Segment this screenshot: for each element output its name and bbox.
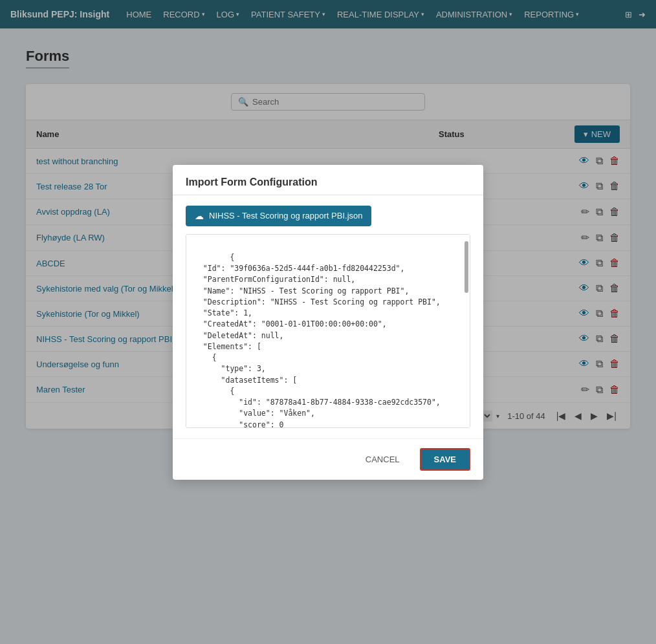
json-preview[interactable]: { "Id": "39f0636a-52d5-444f-a0b1-fd82044… [186, 234, 470, 428]
modal-header: Import Form Configuration [173, 165, 483, 195]
json-content: { "Id": "39f0636a-52d5-444f-a0b1-fd82044… [194, 253, 470, 428]
modal-overlay: Import Form Configuration ☁ NIHSS - Test… [0, 0, 656, 644]
upload-icon: ☁ [195, 211, 204, 221]
modal-body: ☁ NIHSS - Test Scoring og rapport PBI.js… [173, 195, 483, 438]
import-form-modal: Import Form Configuration ☁ NIHSS - Test… [173, 165, 483, 480]
modal-footer: CANCEL SAVE [173, 438, 483, 480]
file-name: NIHSS - Test Scoring og rapport PBI.json [209, 211, 362, 220]
modal-title: Import Form Configuration [186, 177, 318, 188]
file-chip: ☁ NIHSS - Test Scoring og rapport PBI.js… [186, 206, 371, 226]
scroll-indicator [465, 241, 468, 293]
save-button[interactable]: SAVE [420, 448, 470, 471]
cancel-button[interactable]: CANCEL [352, 448, 413, 471]
